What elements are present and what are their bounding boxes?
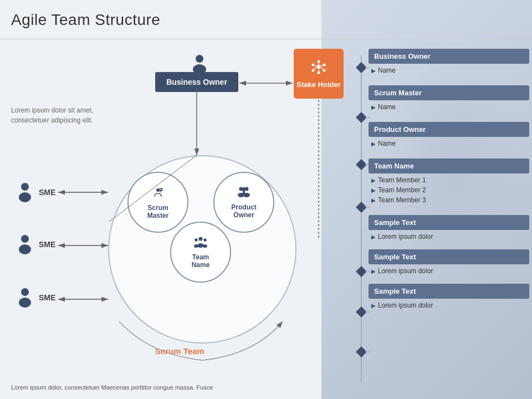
svg-point-54	[203, 244, 207, 248]
scrum-master-icon	[151, 186, 165, 202]
sme-item-2: SME	[17, 234, 58, 255]
chevron-icon: ▶	[371, 197, 376, 203]
svg-point-60	[19, 298, 31, 308]
product-owner-icon	[237, 186, 251, 201]
svg-point-30	[323, 69, 326, 71]
svg-point-28	[318, 60, 320, 63]
page-title: Agile Team Structure	[11, 11, 160, 29]
team-name-icon	[193, 236, 208, 251]
right-sub-team-member-2: ▶ Team Member 2	[369, 185, 529, 195]
svg-point-58	[19, 244, 31, 254]
svg-rect-14	[356, 202, 367, 213]
sme-person-icon-3	[17, 287, 33, 308]
chevron-icon: ▶	[371, 68, 376, 74]
product-owner-circle: ProductOwner	[213, 172, 274, 233]
sme-label-3: SME	[39, 293, 55, 302]
right-item-business-owner: Business Owner ▶ Name	[369, 49, 529, 75]
sme-item-1: SME	[17, 182, 58, 203]
right-sub-sample-2: ▶ Lorem ipsum dolor	[369, 266, 529, 276]
svg-point-51	[203, 238, 207, 242]
svg-point-44	[239, 187, 243, 191]
scrum-master-circle: ScrumMaster	[127, 172, 188, 233]
bottom-description: Lorem ipsum dolor, consectetuer Maecenas…	[11, 384, 332, 391]
svg-rect-12	[356, 112, 367, 123]
right-item-sample-1: Sample Text ▶ Lorem ipsum dolor	[369, 215, 529, 242]
product-owner-label: ProductOwner	[231, 203, 256, 219]
svg-point-55	[21, 183, 29, 191]
right-header-sample-1: Sample Text	[369, 215, 529, 230]
right-sub-product-owner-name: ▶ Name	[369, 139, 529, 149]
sme-label-1: SME	[39, 188, 55, 197]
business-owner-box: Business Owner	[155, 72, 238, 92]
chevron-icon: ▶	[371, 268, 376, 274]
stakeholder-label: Stake Holder	[296, 80, 340, 89]
title-divider	[0, 39, 532, 39]
right-header-business-owner: Business Owner	[369, 49, 529, 64]
svg-point-32	[312, 69, 315, 71]
svg-point-31	[318, 71, 320, 74]
right-sub-team-member-3: ▶ Team Member 3	[369, 195, 529, 205]
svg-rect-11	[356, 62, 367, 73]
business-owner-person-icon	[188, 53, 211, 75]
left-description: Lorem ipsum dolor sit amet, consectetuer…	[11, 105, 111, 125]
right-item-product-owner: Product Owner ▶ Name	[369, 122, 529, 149]
right-header-product-owner: Product Owner	[369, 122, 529, 137]
scrum-master-label: ScrumMaster	[147, 204, 169, 219]
sme-item-3: SME	[17, 287, 58, 308]
right-panel: Business Owner ▶ Name Scrum Master ▶ Nam…	[369, 49, 529, 318]
sme-person-icon-2	[17, 234, 33, 255]
scrum-team-label: Scrum Team	[155, 346, 204, 356]
right-item-sample-2: Sample Text ▶ Lorem ipsum dolor	[369, 249, 529, 276]
right-item-team-name: Team Name ▶ Team Member 1 ▶ Team Member …	[369, 158, 529, 205]
chevron-icon: ▶	[371, 141, 376, 147]
right-header-team-name: Team Name	[369, 158, 529, 173]
svg-point-49	[199, 237, 203, 241]
team-name-circle: TeamName	[170, 222, 231, 283]
right-item-scrum-master: Scrum Master ▶ Name	[369, 85, 529, 112]
svg-line-39	[314, 65, 319, 66]
stakeholder-box: Stake Holder	[294, 49, 344, 99]
svg-point-59	[21, 288, 29, 296]
right-sub-sample-3: ▶ Lorem ipsum dolor	[369, 300, 529, 310]
right-header-sample-3: Sample Text	[369, 284, 529, 299]
svg-rect-15	[356, 266, 367, 277]
svg-point-45	[245, 187, 249, 191]
chevron-icon: ▶	[371, 187, 376, 193]
svg-point-57	[21, 235, 29, 243]
chevron-icon: ▶	[371, 104, 376, 110]
right-sub-team-member-1: ▶ Team Member 1	[369, 175, 529, 185]
svg-rect-48	[243, 187, 245, 196]
svg-point-52	[197, 243, 204, 248]
right-sub-business-owner-name: ▶ Name	[369, 65, 529, 75]
right-sub-sample-1: ▶ Lorem ipsum dolor	[369, 232, 529, 242]
svg-point-33	[312, 63, 315, 66]
chevron-icon: ▶	[371, 177, 376, 183]
right-item-sample-3: Sample Text ▶ Lorem ipsum dolor	[369, 284, 529, 310]
svg-rect-17	[356, 346, 367, 357]
chevron-icon: ▶	[371, 303, 376, 309]
stakeholder-icon	[311, 59, 326, 78]
svg-rect-16	[356, 306, 367, 318]
svg-point-25	[196, 55, 203, 63]
chevron-icon: ▶	[371, 234, 376, 240]
svg-point-50	[195, 238, 198, 242]
svg-point-29	[323, 63, 326, 66]
right-sub-scrum-master-name: ▶ Name	[369, 102, 529, 112]
right-header-sample-2: Sample Text	[369, 249, 529, 264]
svg-rect-13	[356, 159, 367, 170]
sme-label-2: SME	[39, 240, 55, 249]
team-name-label: TeamName	[192, 253, 210, 269]
svg-point-56	[19, 192, 31, 202]
sme-person-icon-1	[17, 182, 33, 203]
svg-point-53	[194, 244, 198, 248]
right-header-scrum-master: Scrum Master	[369, 85, 529, 100]
